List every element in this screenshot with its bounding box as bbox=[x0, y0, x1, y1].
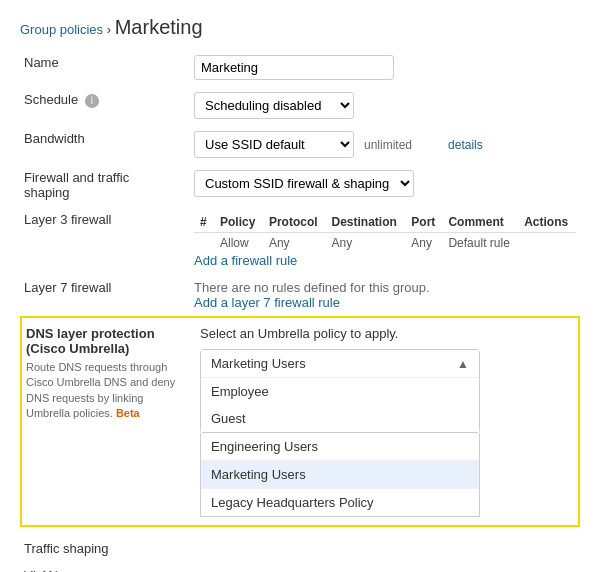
bandwidth-details-link[interactable]: details bbox=[448, 138, 483, 152]
traffic-shaping-label: Traffic shaping bbox=[20, 535, 190, 562]
rule-protocol: Any bbox=[263, 233, 326, 254]
breadcrumb: Group policies › Marketing bbox=[20, 16, 580, 39]
dropdown-selected-item[interactable]: Marketing Users ▲ bbox=[201, 350, 479, 378]
dns-label-cell: DNS layer protection (Cisco Umbrella) Ro… bbox=[22, 318, 192, 525]
col-destination: Destination bbox=[325, 212, 405, 233]
unlimited-text: unlimited bbox=[364, 138, 412, 152]
breadcrumb-link[interactable]: Group policies bbox=[20, 22, 103, 37]
rule-destination: Any bbox=[325, 233, 405, 254]
layer3-firewall-table: # Policy Protocol Destination Port Comme… bbox=[194, 212, 576, 253]
firewall-rule-row: Allow Any Any Any Default rule bbox=[194, 233, 576, 254]
dropdown-extra-items: Engineering Users Marketing Users Legacy… bbox=[200, 433, 480, 517]
dropdown-list: Employee Guest bbox=[201, 378, 479, 432]
chevron-up-icon: ▲ bbox=[457, 357, 469, 371]
vlan-row: VLAN bbox=[20, 562, 580, 572]
settings-form: Name Schedule i Scheduling disabled Band… bbox=[20, 49, 580, 316]
dns-prompt: Select an Umbrella policy to apply. bbox=[200, 326, 570, 341]
add-firewall-rule-link[interactable]: Add a firewall rule bbox=[194, 253, 297, 268]
bandwidth-select[interactable]: Use SSID default bbox=[194, 131, 354, 158]
layer7-row: Layer 7 firewall There are no rules defi… bbox=[20, 274, 580, 316]
vlan-value bbox=[190, 562, 580, 572]
schedule-label: Schedule i bbox=[20, 86, 190, 125]
umbrella-policy-dropdown[interactable]: Marketing Users ▲ Employee Guest bbox=[200, 349, 480, 433]
dropdown-selected-label: Marketing Users bbox=[211, 356, 306, 371]
schedule-info-icon[interactable]: i bbox=[85, 94, 99, 108]
schedule-select[interactable]: Scheduling disabled bbox=[194, 92, 354, 119]
col-protocol: Protocol bbox=[263, 212, 326, 233]
beta-badge: Beta bbox=[116, 407, 140, 419]
traffic-shaping-row: Traffic shaping bbox=[20, 535, 580, 562]
breadcrumb-separator: › bbox=[107, 22, 111, 37]
schedule-row: Schedule i Scheduling disabled bbox=[20, 86, 580, 125]
dns-section-desc: Route DNS requests through Cisco Umbrell… bbox=[26, 360, 180, 422]
firewall-shaping-row: Firewall and traffic shaping Custom SSID… bbox=[20, 164, 580, 206]
add-layer7-rule-link[interactable]: Add a layer 7 firewall rule bbox=[194, 295, 340, 310]
layer7-label: Layer 7 firewall bbox=[20, 274, 190, 316]
page-title: Marketing bbox=[115, 16, 203, 38]
bandwidth-select-wrapper: Use SSID default unlimited details bbox=[194, 131, 483, 158]
dropdown-option-employee[interactable]: Employee bbox=[201, 378, 479, 405]
settings-form-bottom: Traffic shaping VLAN Splash Default Poli… bbox=[20, 535, 580, 572]
rule-port: Any bbox=[405, 233, 442, 254]
layer3-label: Layer 3 firewall bbox=[20, 206, 190, 274]
name-row: Name bbox=[20, 49, 580, 86]
name-label: Name bbox=[20, 49, 190, 86]
vlan-label: VLAN bbox=[20, 562, 190, 572]
rule-comment: Default rule bbox=[442, 233, 518, 254]
dropdown-option-guest[interactable]: Guest bbox=[201, 405, 479, 432]
col-policy: Policy bbox=[214, 212, 263, 233]
col-port: Port bbox=[405, 212, 442, 233]
bandwidth-label: Bandwidth bbox=[20, 125, 190, 164]
dns-protection-section: DNS layer protection (Cisco Umbrella) Ro… bbox=[20, 316, 580, 527]
dns-content-cell: Select an Umbrella policy to apply. Mark… bbox=[192, 318, 578, 525]
rule-policy: Allow bbox=[214, 233, 263, 254]
traffic-shaping-value bbox=[190, 535, 580, 562]
col-comment: Comment bbox=[442, 212, 518, 233]
list-item-marketing[interactable]: Marketing Users bbox=[201, 461, 479, 489]
list-item-engineering[interactable]: Engineering Users bbox=[201, 433, 479, 461]
list-item-legacy[interactable]: Legacy Headquarters Policy bbox=[201, 489, 479, 516]
name-input[interactable] bbox=[194, 55, 394, 80]
firewall-shaping-select[interactable]: Custom SSID firewall & shaping rules bbox=[194, 170, 414, 197]
col-actions: Actions bbox=[518, 212, 576, 233]
layer7-no-rules: There are no rules defined for this grou… bbox=[194, 280, 576, 295]
col-hash: # bbox=[194, 212, 214, 233]
firewall-shaping-label: Firewall and traffic shaping bbox=[20, 164, 190, 206]
dns-section-title: DNS layer protection (Cisco Umbrella) bbox=[26, 326, 180, 356]
bandwidth-row: Bandwidth Use SSID default unlimited det… bbox=[20, 125, 580, 164]
layer3-row: Layer 3 firewall # Policy Protocol Desti… bbox=[20, 206, 580, 274]
